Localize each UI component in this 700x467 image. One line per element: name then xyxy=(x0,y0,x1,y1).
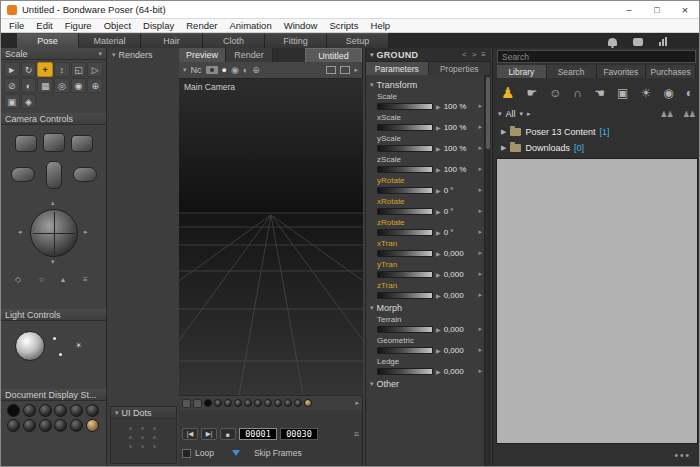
right-hand-camera-icon[interactable] xyxy=(73,167,97,182)
dial-menu-icon[interactable]: ▸ xyxy=(478,102,482,110)
dial-value[interactable]: 100 % xyxy=(444,123,476,132)
shadow-tool[interactable]: ◈ xyxy=(21,94,37,109)
dial-slider[interactable] xyxy=(377,166,433,173)
light-indicator-icon[interactable] xyxy=(59,353,62,356)
tab-material[interactable]: Material xyxy=(79,33,141,48)
category-lights-icon[interactable]: ☀ xyxy=(640,87,651,99)
tab-render[interactable]: Render xyxy=(226,48,273,62)
dial-nudge-icon[interactable]: ▶ xyxy=(436,292,441,299)
display-style-wireframe[interactable] xyxy=(39,404,52,417)
library-tab-library[interactable]: Library xyxy=(497,65,547,78)
dial-slider[interactable] xyxy=(377,229,433,236)
dial-value[interactable]: 100 % xyxy=(444,102,476,111)
left-camera-icon[interactable] xyxy=(15,135,37,152)
dial-value[interactable]: 0,000 xyxy=(444,325,476,334)
display-style-smooth-shaded[interactable] xyxy=(39,419,52,432)
dial-value[interactable]: 0 ° xyxy=(444,228,476,237)
snapshot-camera-icon[interactable] xyxy=(206,66,218,74)
dial-menu-icon[interactable]: ▸ xyxy=(478,207,482,215)
display-style-texture-shaded[interactable] xyxy=(86,419,99,432)
dial-nudge-icon[interactable]: ▶ xyxy=(436,347,441,354)
dial-slider[interactable] xyxy=(377,292,433,299)
prev-object-icon[interactable]: < xyxy=(461,50,468,59)
last-frame-button[interactable]: ▶| xyxy=(201,428,217,440)
move-view-icon[interactable]: ⊕ xyxy=(252,65,260,75)
display-style-outline[interactable] xyxy=(23,404,36,417)
dial-slider[interactable] xyxy=(377,368,433,375)
renders-label[interactable]: Renders xyxy=(119,50,153,60)
dial-value[interactable]: 0,000 xyxy=(444,367,476,376)
right-camera-icon[interactable] xyxy=(71,135,93,152)
dial-value[interactable]: 100 % xyxy=(444,165,476,174)
menu-figure[interactable]: Figure xyxy=(59,20,98,31)
params-object-title[interactable]: GROUND xyxy=(377,50,419,60)
display-style-lit-wireframe[interactable] xyxy=(70,404,83,417)
style-mini-cartoon[interactable] xyxy=(274,399,282,407)
dial-menu-icon[interactable]: ▸ xyxy=(478,249,482,257)
color-tool[interactable]: ◐ xyxy=(21,78,37,93)
category-props-icon[interactable]: ▣ xyxy=(617,87,628,99)
figure-camera-icon[interactable] xyxy=(46,161,62,189)
dial-menu-icon[interactable]: ▸ xyxy=(478,346,482,354)
menu-render[interactable]: Render xyxy=(180,20,223,31)
dial-nudge-icon[interactable]: ▶ xyxy=(436,187,441,194)
tab-fitting[interactable]: Fitting xyxy=(265,33,327,48)
orbit-right-icon[interactable]: ▸ xyxy=(84,228,88,236)
add-light-icon[interactable]: ☀ xyxy=(75,341,82,350)
category-cameras-icon[interactable]: ◉ xyxy=(663,87,673,99)
pointer-tool[interactable]: ► xyxy=(4,62,20,77)
library-tree-item-poser13[interactable]: ▶ Poser 13 Content [1] xyxy=(501,124,697,139)
light-indicator-icon[interactable] xyxy=(53,337,56,340)
dial-nudge-icon[interactable]: ▶ xyxy=(436,145,441,152)
category-poses-icon[interactable]: ☛ xyxy=(527,87,538,99)
left-hand-camera-icon[interactable] xyxy=(11,167,35,182)
camera-trackball[interactable] xyxy=(30,209,78,257)
notifications-bell-icon[interactable] xyxy=(608,38,617,46)
rotate-tool[interactable]: ↻ xyxy=(21,62,37,77)
category-figures-icon[interactable]: ♟ xyxy=(501,85,514,100)
display-style-smooth-lined[interactable] xyxy=(54,419,67,432)
shadow-toggle-icon[interactable] xyxy=(193,399,202,408)
expand-arrow-icon[interactable]: ▶ xyxy=(501,144,506,152)
dial-menu-icon[interactable]: ▸ xyxy=(478,228,482,236)
style-mini-texture-shaded[interactable] xyxy=(304,399,312,407)
figure-pair-icon[interactable]: ♟♟ xyxy=(660,110,672,119)
close-button[interactable]: × xyxy=(671,1,699,18)
translate-inout-tool[interactable]: ↕ xyxy=(54,62,70,77)
dial-nudge-icon[interactable]: ▶ xyxy=(436,166,441,173)
morphing-tool[interactable]: ◉ xyxy=(71,78,87,93)
camera-options-icon[interactable]: ≡ xyxy=(83,275,88,284)
dial-menu-icon[interactable]: ▸ xyxy=(478,291,482,299)
dial-menu-icon[interactable]: ▸ xyxy=(478,367,482,375)
dial-menu-icon[interactable]: ▸ xyxy=(478,123,482,131)
dial-value[interactable]: 0,000 xyxy=(444,270,476,279)
dial-menu-icon[interactable]: ▸ xyxy=(478,144,482,152)
taper-tool[interactable]: ▷ xyxy=(87,62,103,77)
dial-value[interactable]: 0,000 xyxy=(444,346,476,355)
section-collapse-icon[interactable]: ▾ xyxy=(370,304,374,312)
expand-arrow-icon[interactable]: ▶ xyxy=(501,128,506,136)
stats-chart-icon[interactable] xyxy=(659,37,667,46)
style-mini-wireframe[interactable] xyxy=(224,399,232,407)
dial-nudge-icon[interactable]: ▶ xyxy=(436,326,441,333)
camera-dolly-icon[interactable]: ○ xyxy=(39,275,44,284)
timeline-marker[interactable] xyxy=(232,450,240,456)
orbit-up-icon[interactable]: ▴ xyxy=(51,199,55,207)
dial-slider[interactable] xyxy=(377,271,433,278)
tab-properties[interactable]: Properties xyxy=(429,62,492,75)
params-menu-icon[interactable]: ≡ xyxy=(480,50,487,59)
display-style-flat-lined[interactable] xyxy=(7,419,20,432)
camera-select-dropdown-icon[interactable]: ▾ xyxy=(183,66,187,74)
display-style-flat-shaded[interactable] xyxy=(86,404,99,417)
library-content-area[interactable] xyxy=(496,158,698,444)
style-mini-outline[interactable] xyxy=(214,399,222,407)
scrollbar-thumb[interactable] xyxy=(486,77,490,149)
orbit-left-icon[interactable]: ◂ xyxy=(18,228,22,236)
category-materials-icon[interactable]: ◐ xyxy=(686,87,693,99)
orbit-down-icon[interactable]: ▾ xyxy=(51,258,55,266)
single-view-icon[interactable] xyxy=(340,66,350,74)
dial-menu-icon[interactable]: ▸ xyxy=(478,165,482,173)
dial-nudge-icon[interactable]: ▶ xyxy=(436,124,441,131)
display-style-silhouette[interactable] xyxy=(7,404,20,417)
total-frames-field[interactable]: 00030 xyxy=(280,428,318,440)
